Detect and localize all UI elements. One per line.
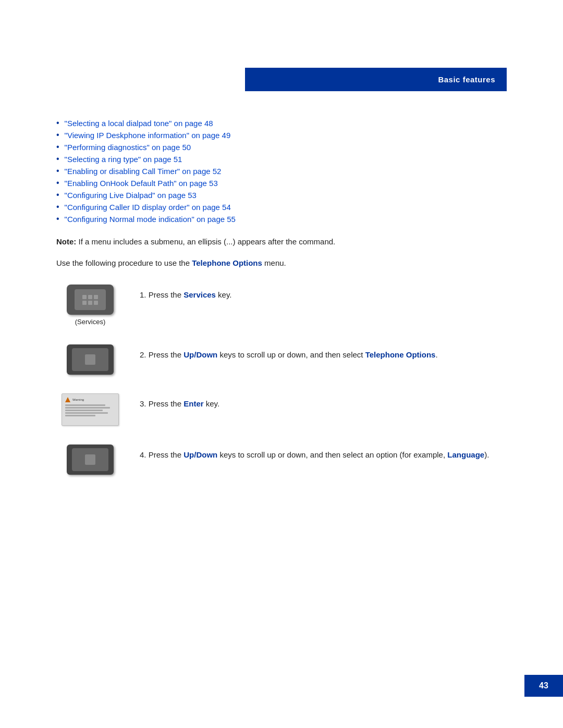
screen-line <box>65 410 103 411</box>
step-1-suffix: key. <box>216 290 232 299</box>
step-2-prefix: Press the <box>149 350 184 359</box>
step-2-suffix: . <box>435 350 437 359</box>
dot <box>88 295 92 299</box>
procedure-prefix: Use the following procedure to use the <box>56 258 192 267</box>
step-1-image: (Services) <box>56 285 124 326</box>
note-text: If a menu includes a submenu, an ellipsi… <box>76 237 335 246</box>
warning-icon <box>65 397 70 402</box>
nav-button-image-2 <box>67 445 114 475</box>
step-1-text: 1. Press the Services key. <box>140 289 507 301</box>
page-number: 43 <box>539 681 548 690</box>
dot <box>88 301 92 305</box>
list-item: "Selecting a ring type" on page 51 <box>56 155 507 164</box>
list-link[interactable]: "Selecting a local dialpad tone" on page… <box>65 119 213 128</box>
step-2-image <box>56 344 124 375</box>
nav-button-image <box>67 344 114 375</box>
section-title: Basic features <box>438 75 495 84</box>
step-4-content: 4. Press the Up/Down keys to scroll up o… <box>140 445 507 461</box>
step-4-row: 4. Press the Up/Down keys to scroll up o… <box>56 445 507 475</box>
screen-image: Warning <box>62 393 119 426</box>
list-link[interactable]: "Configuring Caller ID display order" on… <box>65 203 231 212</box>
warning-text: Warning <box>72 398 84 401</box>
list-item: "Performing diagnostics" on page 50 <box>56 143 507 152</box>
step-2-number: 2. <box>140 350 146 359</box>
step-3-image: Warning <box>56 393 124 426</box>
screen-line <box>65 404 105 406</box>
dot <box>94 295 98 299</box>
step-4-number: 4. <box>140 450 146 459</box>
list-item: "Selecting a local dialpad tone" on page… <box>56 119 507 128</box>
nav-button-inner-2 <box>72 448 108 471</box>
screen-line <box>65 412 108 414</box>
step-3-prefix: Press the <box>149 399 184 408</box>
step-2-middle: keys to scroll up or down, and then sele… <box>217 350 365 359</box>
note-label: Note: <box>56 237 76 246</box>
step-4-prefix: Press the <box>149 450 184 459</box>
dot <box>82 301 87 305</box>
step-3-text: 3. Press the Enter key. <box>140 398 507 410</box>
list-link[interactable]: "Selecting a ring type" on page 51 <box>65 155 182 164</box>
screen-line <box>65 415 95 416</box>
page-container: Basic features "Selecting a local dialpa… <box>0 0 563 728</box>
step-3-row: Warning 3. Press the E <box>56 393 507 426</box>
note-paragraph: Note: If a menu includes a submenu, an e… <box>56 236 507 248</box>
step-1-row: (Services) 1. Press the Services key. <box>56 285 507 326</box>
screen-text-lines <box>65 404 115 417</box>
step-2-text: 2. Press the Up/Down keys to scroll up o… <box>140 349 507 361</box>
step-2-content: 2. Press the Up/Down keys to scroll up o… <box>140 344 507 361</box>
list-link[interactable]: "Configuring Normal mode indication" on … <box>65 215 236 224</box>
list-link[interactable]: "Enabling OnHook Default Path" on page 5… <box>65 179 218 188</box>
nav-button-center <box>85 354 95 365</box>
list-item: "Configuring Caller ID display order" on… <box>56 203 507 212</box>
services-key-dots <box>82 295 98 305</box>
bullet-list: "Selecting a local dialpad tone" on page… <box>56 119 507 224</box>
step-1-highlight: Services <box>183 290 216 299</box>
step-2-row: 2. Press the Up/Down keys to scroll up o… <box>56 344 507 375</box>
telephone-options-highlight: Telephone Options <box>192 258 262 267</box>
list-item: "Configuring Live Dialpad" on page 53 <box>56 191 507 200</box>
dot <box>94 301 98 305</box>
step-4-highlight2: Language <box>447 450 484 459</box>
step-1-caption: (Services) <box>75 318 106 326</box>
list-item: "Enabling or disabling Call Timer" on pa… <box>56 167 507 176</box>
step-3-number: 3. <box>140 399 146 408</box>
header-banner: Basic features <box>245 68 507 91</box>
procedure-suffix: menu. <box>262 258 286 267</box>
list-item: "Configuring Normal mode indication" on … <box>56 215 507 224</box>
step-4-highlight1: Up/Down <box>183 450 217 459</box>
step-1-number: 1. <box>140 290 146 299</box>
step-3-content: 3. Press the Enter key. <box>140 393 507 410</box>
step-4-middle: keys to scroll up or down, and then sele… <box>217 450 447 459</box>
procedure-intro: Use the following procedure to use the T… <box>56 257 507 269</box>
nav-button-inner <box>72 348 108 371</box>
list-link[interactable]: "Performing diagnostics" on page 50 <box>65 143 191 152</box>
dot <box>82 295 87 299</box>
list-link[interactable]: "Configuring Live Dialpad" on page 53 <box>65 191 197 200</box>
main-content: "Selecting a local dialpad tone" on page… <box>56 119 507 493</box>
step-3-suffix: key. <box>204 399 220 408</box>
step-1-prefix: Press the <box>149 290 184 299</box>
list-item: "Enabling OnHook Default Path" on page 5… <box>56 179 507 188</box>
page-footer: 43 <box>524 675 563 697</box>
step-3-highlight: Enter <box>183 399 203 408</box>
step-1-content: 1. Press the Services key. <box>140 285 507 301</box>
services-key-image <box>67 285 114 315</box>
step-4-image <box>56 445 124 475</box>
list-link[interactable]: "Enabling or disabling Call Timer" on pa… <box>65 167 222 176</box>
step-4-text: 4. Press the Up/Down keys to scroll up o… <box>140 449 507 461</box>
steps-container: (Services) 1. Press the Services key. <box>56 285 507 475</box>
nav-button-center-2 <box>85 454 95 465</box>
list-item: "Viewing IP Deskphone information" on pa… <box>56 131 507 140</box>
list-link[interactable]: "Viewing IP Deskphone information" on pa… <box>65 131 231 140</box>
screen-warning: Warning <box>65 397 84 402</box>
step-2-highlight2: Telephone Options <box>365 350 436 359</box>
step-4-suffix: ). <box>484 450 489 459</box>
services-key-inner <box>75 289 106 310</box>
screen-line <box>65 407 110 409</box>
step-2-highlight1: Up/Down <box>183 350 217 359</box>
